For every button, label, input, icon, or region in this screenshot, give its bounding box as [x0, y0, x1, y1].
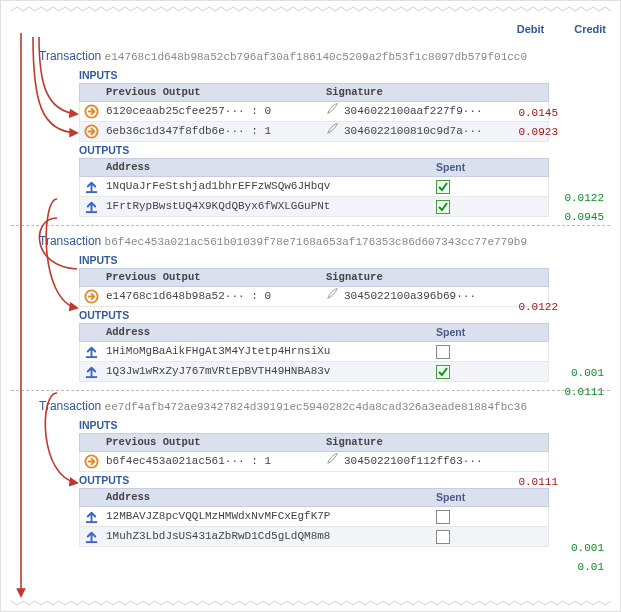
input-icon	[84, 289, 99, 304]
transaction-hash: e14768c1d648b98a52cb796af30af186140c5209…	[105, 51, 527, 63]
input-icon	[84, 124, 99, 139]
torn-edge-bottom	[11, 599, 611, 607]
input-icon	[84, 104, 99, 119]
output-icon	[84, 344, 99, 359]
inputs-label: INPUTS	[11, 417, 610, 433]
transaction-block: Transaction ee7df4afb472ae93427824d39191…	[11, 390, 610, 555]
prev-output: 6120ceaab25cfee257··· : 0	[102, 102, 322, 121]
inputs-label: INPUTS	[11, 67, 610, 83]
spent-checkbox	[436, 530, 450, 544]
svg-rect-9	[85, 541, 96, 543]
svg-rect-6	[85, 376, 96, 378]
quill-icon	[326, 102, 340, 121]
transaction-title: Transaction b6f4ec453a021ac561b01039f78e…	[11, 230, 610, 252]
col-signature: Signature	[322, 84, 548, 101]
output-address: 1FrtRypBwstUQ4X9KQdQByx6fWXLGGuPNt	[102, 197, 432, 216]
quill-icon	[326, 122, 340, 141]
output-row: 1NqUaJrFeStshjad1bhrEFFzWSQw6JHbqv	[79, 177, 549, 197]
torn-edge-top	[11, 5, 611, 13]
input-row: b6f4ec453a021ac561··· : 1 3045022100f112…	[79, 452, 549, 472]
outputs-table: Address Spent 12MBAVJZ8pcVQQLMzHMWdxNvMF…	[79, 488, 549, 547]
output-icon	[84, 199, 99, 214]
output-row: 12MBAVJZ8pcVQQLMzHMWdxNvMFCxEgfK7P	[79, 507, 549, 527]
outputs-table: Address Spent 1NqUaJrFeStshjad1bhrEFFzWS…	[79, 158, 549, 217]
output-row: 1HiMoMgBaAikFHgAt3M4YJtetp4HrnsiXu	[79, 342, 549, 362]
debit-amount: 0.0111	[518, 476, 558, 488]
output-icon	[84, 529, 99, 544]
debit-amount: 0.0145	[518, 107, 558, 119]
credit-amount: 0.01	[578, 561, 604, 573]
prev-output: e14768c1d648b98a52··· : 0	[102, 287, 322, 306]
debit-amount: 0.0122	[518, 301, 558, 313]
svg-rect-5	[85, 356, 96, 358]
prev-output: 6eb36c1d347f8fdb6e··· : 1	[102, 122, 322, 141]
quill-icon	[326, 287, 340, 306]
output-icon	[84, 364, 99, 379]
quill-icon	[326, 452, 340, 471]
col-prev-output: Previous Output	[102, 84, 322, 101]
output-address: 1NqUaJrFeStshjad1bhrEFFzWSQw6JHbqv	[102, 177, 432, 196]
output-address: 12MBAVJZ8pcVQQLMzHMWdxNvMFCxEgfK7P	[102, 507, 432, 526]
inputs-table: Previous Output Signature b6f4ec453a021a…	[79, 433, 549, 472]
svg-rect-8	[85, 521, 96, 523]
outputs-table: Address Spent 1HiMoMgBaAikFHgAt3M4YJtetp…	[79, 323, 549, 382]
credit-amount: 0.0111	[564, 386, 604, 398]
svg-rect-2	[85, 191, 96, 193]
output-address: 1HiMoMgBaAikFHgAt3M4YJtetp4HrnsiXu	[102, 342, 432, 361]
spent-checkbox	[436, 365, 450, 379]
output-row: 1MuhZ3LbdJsUS431aZbRwD1Cd5gLdQM8m8	[79, 527, 549, 547]
debit-amount: 0.0923	[518, 126, 558, 138]
output-address: 1Q3Jw1wRxZyJ767mVRtEpBVTH49HNBA83v	[102, 362, 432, 381]
output-row: 1FrtRypBwstUQ4X9KQdQByx6fWXLGGuPNt	[79, 197, 549, 217]
spent-checkbox	[436, 180, 450, 194]
col-address: Address	[102, 159, 432, 176]
input-row: 6120ceaab25cfee257··· : 0 3046022100aaf2…	[79, 102, 549, 122]
spent-checkbox	[436, 510, 450, 524]
debit-header: Debit	[517, 23, 545, 35]
input-row: e14768c1d648b98a52··· : 0 3045022100a396…	[79, 287, 549, 307]
inputs-table: Previous Output Signature 6120ceaab25cfe…	[79, 83, 549, 142]
svg-rect-3	[85, 211, 96, 213]
output-icon	[84, 179, 99, 194]
signature: 3045022100a396b69···	[344, 287, 476, 306]
output-icon	[84, 509, 99, 524]
credit-amount: 0.001	[571, 367, 604, 379]
transaction-hash: ee7df4afb472ae93427824d39191ec5940282c4d…	[105, 401, 527, 413]
col-spent: Spent	[432, 159, 548, 176]
prev-output: b6f4ec453a021ac561··· : 1	[102, 452, 322, 471]
transaction-hash: b6f4ec453a021ac561b01039f78e7168a653af17…	[105, 236, 527, 248]
output-row: 1Q3Jw1wRxZyJ767mVRtEpBVTH49HNBA83v	[79, 362, 549, 382]
inputs-label: INPUTS	[11, 252, 610, 268]
signature: 3045022100f112ff63···	[344, 452, 483, 471]
credit-amount: 0.0122	[564, 192, 604, 204]
credit-header: Credit	[574, 23, 606, 35]
transaction-title: Transaction ee7df4afb472ae93427824d39191…	[11, 395, 610, 417]
transaction-title: Transaction e14768c1d648b98a52cb796af30a…	[11, 45, 610, 67]
output-address: 1MuhZ3LbdJsUS431aZbRwD1Cd5gLdQM8m8	[102, 527, 432, 546]
signature: 3046022100810c9d7a···	[344, 122, 483, 141]
outputs-label: OUTPUTS	[11, 142, 610, 158]
input-row: 6eb36c1d347f8fdb6e··· : 1 3046022100810c…	[79, 122, 549, 142]
transaction-block: Transaction e14768c1d648b98a52cb796af30a…	[11, 41, 610, 225]
credit-amount: 0.0945	[564, 211, 604, 223]
transaction-block: Transaction b6f4ec453a021ac561b01039f78e…	[11, 225, 610, 390]
inputs-table: Previous Output Signature e14768c1d648b9…	[79, 268, 549, 307]
credit-amount: 0.001	[571, 542, 604, 554]
column-headers: Debit Credit	[11, 21, 610, 41]
spent-checkbox	[436, 200, 450, 214]
signature: 3046022100aaf227f9···	[344, 102, 483, 121]
spent-checkbox	[436, 345, 450, 359]
input-icon	[84, 454, 99, 469]
